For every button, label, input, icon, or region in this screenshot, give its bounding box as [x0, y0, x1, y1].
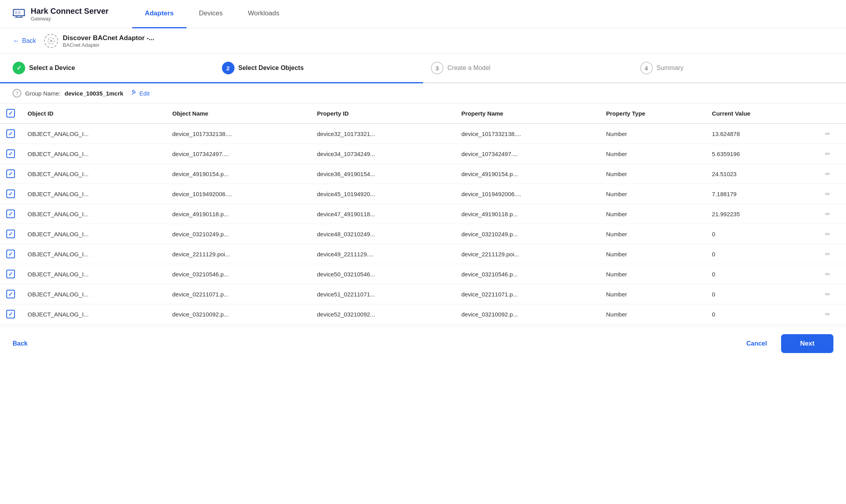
row-edit-9[interactable]: ✏	[810, 304, 846, 324]
row-edit-2[interactable]: ✏	[810, 164, 846, 184]
row-edit-5[interactable]: ✏	[810, 224, 846, 244]
row-checkbox-6[interactable]: ✓	[0, 244, 21, 264]
edit-pencil-icon[interactable]: ✏	[825, 291, 830, 298]
row-edit-7[interactable]: ✏	[810, 264, 846, 284]
row-property-type-8: Number	[600, 284, 706, 304]
row-checkbox-2[interactable]: ✓	[0, 164, 21, 184]
row-checkbox-7[interactable]: ✓	[0, 264, 21, 284]
row-checkbox-0[interactable]: ✓	[0, 123, 21, 144]
footer: Back Cancel Next	[0, 326, 846, 361]
back-button-subheader[interactable]: ← Back	[13, 37, 36, 45]
row-checkbox-8[interactable]: ✓	[0, 284, 21, 304]
row-checkbox-box-0[interactable]: ✓	[6, 129, 15, 138]
row-checkbox-1[interactable]: ✓	[0, 144, 21, 164]
row-checkbox-box-9[interactable]: ✓	[6, 310, 15, 318]
row-edit-8[interactable]: ✏	[810, 284, 846, 304]
row-object-name-5: device_03210249.p...	[166, 224, 311, 244]
row-checkbox-4[interactable]: ✓	[0, 204, 21, 224]
row-property-name-6: device_2211129.poi...	[455, 244, 600, 264]
row-object-name-2: device_49190154.p...	[166, 164, 311, 184]
row-property-id-3: device45_10194920...	[310, 184, 455, 204]
svg-rect-2	[18, 11, 20, 14]
row-checkbox-box-4[interactable]: ✓	[6, 210, 15, 218]
row-property-name-2: device_49190154.p...	[455, 164, 600, 184]
group-bar: ? Group Name: device_10035_1mcrk Edit	[0, 83, 846, 103]
row-property-type-5: Number	[600, 224, 706, 244]
step-4-label: Summary	[657, 64, 683, 72]
row-object-id-9: OBJECT_ANALOG_I...	[21, 304, 166, 324]
row-checkbox-box-5[interactable]: ✓	[6, 230, 15, 238]
edit-pencil-icon[interactable]: ✏	[825, 211, 830, 217]
row-checkbox-box-6[interactable]: ✓	[6, 250, 15, 258]
row-edit-4[interactable]: ✏	[810, 204, 846, 224]
row-property-name-8: device_02211071.p...	[455, 284, 600, 304]
edit-pencil-icon[interactable]: ✏	[825, 311, 830, 318]
nav-tabs: Adapters Devices Workloads	[132, 0, 292, 28]
col-header-current-value: Current Value	[706, 103, 810, 123]
row-current-value-0: 13.624878	[706, 123, 810, 144]
tab-workloads[interactable]: Workloads	[235, 0, 292, 28]
row-property-type-9: Number	[600, 304, 706, 324]
row-property-id-7: device50_03210546...	[310, 264, 455, 284]
table-row: ✓ OBJECT_ANALOG_I... device_03210546.p..…	[0, 264, 846, 284]
edit-pencil-icon[interactable]: ✏	[825, 231, 830, 237]
row-object-id-7: OBJECT_ANALOG_I...	[21, 264, 166, 284]
row-edit-1[interactable]: ✏	[810, 144, 846, 164]
row-object-name-0: device_1017332138....	[166, 123, 311, 144]
step-1: ✓ Select a Device	[13, 62, 206, 74]
group-name-label: Group Name:	[25, 90, 61, 97]
step-2: 2 Select Device Objects	[222, 62, 416, 74]
check-mark-icon: ✓	[8, 311, 13, 317]
step-1-label: Select a Device	[29, 64, 75, 72]
edit-pencil-icon[interactable]: ✏	[825, 271, 830, 278]
row-property-id-4: device47_49190118...	[310, 204, 455, 224]
edit-pencil-icon[interactable]: ✏	[825, 131, 830, 137]
row-current-value-8: 0	[706, 284, 810, 304]
table-container: ✓ Object ID Object Name Property ID Prop…	[0, 103, 846, 324]
brand-icon	[13, 7, 25, 21]
help-icon[interactable]: ?	[13, 89, 21, 97]
edit-group-button[interactable]: Edit	[131, 89, 150, 97]
row-checkbox-box-1[interactable]: ✓	[6, 149, 15, 158]
row-current-value-5: 0	[706, 224, 810, 244]
next-button[interactable]: Next	[781, 334, 833, 353]
table-row: ✓ OBJECT_ANALOG_I... device_49190154.p..…	[0, 164, 846, 184]
row-edit-3[interactable]: ✏	[810, 184, 846, 204]
edit-pencil-icon[interactable]: ✏	[825, 151, 830, 157]
row-property-id-8: device51_02211071...	[310, 284, 455, 304]
step-4-circle: 4	[640, 62, 653, 74]
col-header-property-type: Property Type	[600, 103, 706, 123]
row-object-id-5: OBJECT_ANALOG_I...	[21, 224, 166, 244]
row-checkbox-box-8[interactable]: ✓	[6, 290, 15, 298]
tab-devices[interactable]: Devices	[187, 0, 235, 28]
row-current-value-7: 0	[706, 264, 810, 284]
back-button-footer[interactable]: Back	[13, 340, 28, 347]
edit-pencil-icon[interactable]: ✏	[825, 251, 830, 258]
edit-pencil-icon[interactable]: ✏	[825, 191, 830, 197]
row-checkbox-box-3[interactable]: ✓	[6, 189, 15, 198]
row-property-type-0: Number	[600, 123, 706, 144]
row-property-type-6: Number	[600, 244, 706, 264]
col-header-object-id: Object ID	[21, 103, 166, 123]
row-object-name-6: device_2211129.poi...	[166, 244, 311, 264]
row-edit-0[interactable]: ✏	[810, 123, 846, 144]
row-checkbox-box-2[interactable]: ✓	[6, 169, 15, 178]
step-2-circle: 2	[222, 62, 235, 74]
row-property-name-1: device_107342497....	[455, 144, 600, 164]
row-property-id-0: device32_10173321...	[310, 123, 455, 144]
tab-adapters[interactable]: Adapters	[132, 0, 187, 28]
select-all-checkbox[interactable]: ✓	[6, 109, 15, 118]
check-mark-icon: ✓	[8, 251, 13, 257]
edit-pencil-icon[interactable]: ✏	[825, 171, 830, 177]
row-current-value-1: 5.6359196	[706, 144, 810, 164]
row-object-id-3: OBJECT_ANALOG_I...	[21, 184, 166, 204]
step-1-circle: ✓	[13, 62, 25, 74]
row-checkbox-3[interactable]: ✓	[0, 184, 21, 204]
cancel-button[interactable]: Cancel	[739, 336, 775, 351]
row-edit-6[interactable]: ✏	[810, 244, 846, 264]
step-2-label: Select Device Objects	[238, 64, 304, 72]
row-object-name-7: device_03210546.p...	[166, 264, 311, 284]
row-checkbox-5[interactable]: ✓	[0, 224, 21, 244]
row-checkbox-9[interactable]: ✓	[0, 304, 21, 324]
row-checkbox-box-7[interactable]: ✓	[6, 270, 15, 278]
